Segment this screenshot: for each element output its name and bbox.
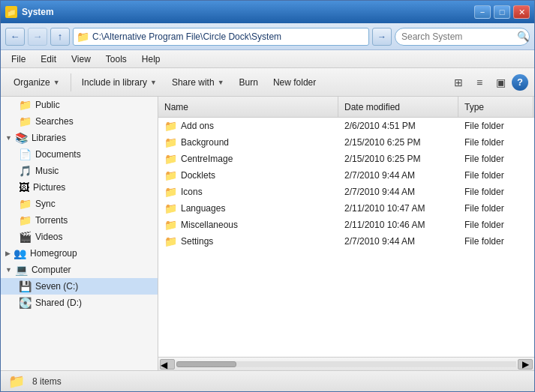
menu-file[interactable]: File: [4, 51, 33, 67]
tree-item-videos[interactable]: 🎬 Videos: [1, 229, 158, 245]
include-library-button[interactable]: Include in library ▼: [75, 73, 164, 91]
col-header-date[interactable]: Date modified: [338, 97, 458, 117]
view-options-button[interactable]: ⊞: [449, 73, 468, 92]
tree-item-music[interactable]: 🎵 Music: [1, 163, 158, 179]
tree-item-drive-d[interactable]: 💽 Shared (D:): [1, 295, 158, 311]
homegroup-icon: 👥: [14, 247, 26, 259]
file-type: File folder: [458, 203, 533, 214]
file-date: 2/7/2010 9:44 AM: [338, 187, 458, 197]
file-type: File folder: [458, 137, 533, 148]
tree-item-torrents[interactable]: 📁 Torrents: [1, 212, 158, 229]
tree-item-public[interactable]: 📁 Public: [1, 97, 158, 113]
preview-pane-button[interactable]: ▣: [491, 73, 510, 92]
window-icon: 📁: [5, 6, 17, 18]
file-type: File folder: [458, 220, 533, 230]
file-name: CentreImage: [181, 154, 233, 164]
table-row[interactable]: 📁 Settings 2/7/2010 9:44 AM File folder: [158, 233, 534, 250]
explorer-window: 📁 System − □ ✕ ← → ↑ 📁 → 🔍 File Edit Vie…: [0, 0, 535, 392]
tree-item-pictures[interactable]: 🖼 Pictures: [1, 179, 158, 196]
sidebar-item-label: Pictures: [33, 182, 65, 193]
folder-icon: 📁: [164, 153, 177, 165]
library-icon: 📚: [15, 132, 28, 144]
tree-item-libraries[interactable]: ▼ 📚 Libraries: [1, 130, 158, 146]
back-button[interactable]: ←: [5, 28, 25, 46]
sidebar-item-label: Music: [35, 166, 59, 176]
search-input[interactable]: [401, 31, 514, 42]
folder-icon: 📁: [19, 99, 32, 111]
tree-item-searches[interactable]: 📁 Searches: [1, 113, 158, 130]
table-row[interactable]: 📁 Icons 2/7/2010 9:44 AM File folder: [158, 184, 534, 200]
file-name: Background: [181, 137, 229, 148]
file-name: Languages: [181, 203, 225, 214]
file-type: File folder: [458, 154, 533, 164]
col-header-type[interactable]: Type: [458, 97, 533, 117]
table-row[interactable]: 📁 Docklets 2/7/2010 9:44 AM File folder: [158, 167, 534, 184]
table-row[interactable]: 📁 Miscellaneous 2/11/2010 10:46 AM File …: [158, 217, 534, 233]
address-go-button[interactable]: →: [372, 28, 392, 46]
file-name: Icons: [181, 187, 203, 197]
status-bar: 📁 8 items: [1, 370, 534, 391]
toolbar-sep-1: [71, 73, 71, 91]
file-date: 2/11/2010 10:46 AM: [338, 220, 458, 230]
menu-help[interactable]: Help: [134, 51, 168, 67]
table-row[interactable]: 📁 Add ons 2/6/2010 4:51 PM File folder: [158, 118, 534, 134]
organize-button[interactable]: Organize ▼: [7, 73, 67, 91]
details-view-button[interactable]: ≡: [470, 73, 489, 92]
file-type: File folder: [458, 236, 533, 247]
folder-icon: 🎬: [19, 231, 32, 243]
share-with-chevron: ▼: [218, 79, 224, 86]
burn-label: Burn: [239, 77, 258, 88]
h-scroll-right[interactable]: ▶: [518, 359, 533, 370]
h-scroll-thumb[interactable]: [176, 361, 236, 367]
file-date: 2/7/2010 9:44 AM: [338, 170, 458, 181]
folder-icon: 📁: [164, 136, 177, 148]
up-button[interactable]: ↑: [50, 28, 70, 46]
h-scroll-left[interactable]: ◀: [160, 359, 175, 370]
menu-view[interactable]: View: [64, 51, 98, 67]
folder-icon: 📁: [19, 198, 32, 210]
burn-button[interactable]: Burn: [233, 73, 265, 91]
title-controls: − □ ✕: [474, 5, 530, 19]
table-row[interactable]: 📁 Languages 2/11/2010 10:47 AM File fold…: [158, 200, 534, 217]
file-name: Add ons: [181, 121, 214, 131]
forward-button[interactable]: →: [28, 28, 47, 46]
expand-arrow: ▶: [5, 250, 11, 257]
maximize-button[interactable]: □: [494, 5, 510, 19]
tree-item-sync[interactable]: 📁 Sync: [1, 196, 158, 212]
file-list: 📁 Add ons 2/6/2010 4:51 PM File folder 📁…: [158, 118, 534, 357]
address-bar: ← → ↑ 📁 → 🔍: [1, 23, 534, 50]
table-row[interactable]: 📁 CentreImage 2/15/2010 6:25 PM File fol…: [158, 151, 534, 167]
close-button[interactable]: ✕: [513, 5, 530, 19]
column-headers: Name Date modified Type: [158, 97, 534, 118]
tree-item-computer[interactable]: ▼ 💻 Computer: [1, 262, 158, 278]
file-name: Docklets: [181, 170, 215, 181]
folder-icon: 📁: [19, 115, 32, 127]
sidebar-item-label: Seven (C:): [35, 281, 78, 292]
sidebar-item-label: Homegroup: [30, 248, 77, 259]
folder-icon: 📁: [164, 202, 177, 214]
tree-item-drive-c[interactable]: 💾 Seven (C:): [1, 278, 158, 295]
address-input-wrap: 📁: [73, 28, 369, 46]
table-row[interactable]: 📁 Background 2/15/2010 6:25 PM File fold…: [158, 134, 534, 151]
new-folder-label: New folder: [273, 77, 316, 88]
help-button[interactable]: ?: [512, 74, 528, 91]
sidebar-item-label: Sync: [35, 199, 56, 209]
toolbar: Organize ▼ Include in library ▼ Share wi…: [1, 68, 534, 97]
status-folder-icon: 📁: [8, 373, 25, 390]
sidebar-item-label: Searches: [35, 116, 74, 127]
tree-item-documents[interactable]: 📄 Documents: [1, 146, 158, 163]
address-input[interactable]: [92, 31, 365, 42]
drive-icon: 💾: [19, 280, 32, 292]
menu-tools[interactable]: Tools: [98, 51, 134, 67]
new-folder-button[interactable]: New folder: [266, 73, 323, 91]
menu-edit[interactable]: Edit: [33, 51, 64, 67]
col-header-name[interactable]: Name: [158, 97, 338, 117]
share-with-button[interactable]: Share with ▼: [165, 73, 231, 91]
file-type: File folder: [458, 121, 533, 131]
tree-item-homegroup[interactable]: ▶ 👥 Homegroup: [1, 245, 158, 262]
folder-icon: 📁: [164, 186, 177, 198]
minimize-button[interactable]: −: [474, 5, 491, 19]
horizontal-scrollbar[interactable]: ◀ ▶: [158, 357, 534, 370]
sidebar-item-label: Torrents: [35, 215, 68, 226]
window-title: System: [22, 7, 54, 17]
